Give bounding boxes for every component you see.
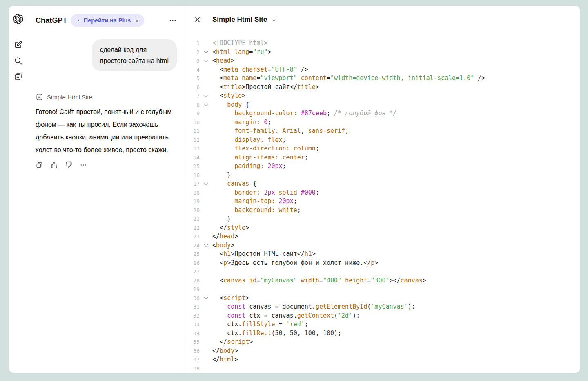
fold-chevron-icon[interactable]	[200, 92, 212, 101]
code-line: 9 background-color: #87ceeb; /* голубой …	[185, 109, 580, 118]
code-text: background: white;	[212, 206, 301, 215]
sparkle-icon	[76, 18, 81, 23]
library-icon[interactable]	[14, 72, 22, 81]
code-editor[interactable]: 1<!DOCTYPE html>2<html lang="ru">3<head>…	[185, 39, 580, 373]
line-number: 34	[185, 329, 200, 338]
fold-spacer	[200, 364, 212, 373]
fold-chevron-icon[interactable]	[200, 101, 212, 110]
line-number: 37	[185, 355, 200, 364]
fold-spacer	[200, 303, 212, 312]
new-chat-icon[interactable]	[14, 40, 22, 49]
code-text: flex-direction: column;	[212, 144, 319, 153]
close-icon[interactable]	[194, 16, 201, 24]
line-number: 19	[185, 197, 200, 206]
fold-chevron-icon[interactable]	[200, 179, 212, 188]
line-number: 12	[185, 136, 200, 145]
line-number: 20	[185, 206, 200, 215]
code-line: 18 border: 2px solid #000;	[185, 188, 580, 197]
model-title[interactable]: ChatGPT	[36, 16, 67, 25]
fold-spacer	[200, 347, 212, 356]
line-number: 6	[185, 83, 200, 92]
user-message-line2: простого сайта на html	[100, 55, 169, 66]
code-text: const canvas = document.getElementById('…	[212, 303, 415, 312]
fold-chevron-icon[interactable]	[200, 48, 212, 57]
line-number: 32	[185, 312, 200, 320]
line-number: 15	[185, 162, 200, 171]
copy-icon[interactable]	[36, 161, 43, 169]
code-text: </style>	[212, 224, 249, 233]
thumbs-down-icon[interactable]	[65, 161, 73, 169]
code-line: 13 flex-direction: column;	[185, 144, 580, 153]
code-text: </body>	[212, 347, 238, 356]
line-number: 23	[185, 232, 200, 241]
code-text: ctx.fillRect(50, 50, 100, 100);	[212, 329, 341, 338]
code-line: 15 padding: 20px;	[185, 162, 580, 171]
code-line: 32 const ctx = canvas.getContext('2d');	[185, 312, 580, 320]
code-text: display: flex;	[212, 136, 286, 145]
more-icon[interactable]	[80, 161, 87, 169]
document-icon	[36, 93, 43, 101]
upgrade-to-plus-pill[interactable]: Перейти на Plus	[71, 14, 144, 27]
code-line: 27	[185, 267, 580, 276]
fold-chevron-icon[interactable]	[200, 56, 212, 65]
fold-spacer	[200, 312, 212, 320]
thumbs-up-icon[interactable]	[50, 161, 58, 169]
chevron-down-icon[interactable]	[272, 17, 276, 21]
fold-spacer	[200, 215, 212, 224]
canvas-panel: Simple Html Site 1<!DOCTYPE html>2<html …	[185, 6, 580, 373]
document-chip-label: Simple Html Site	[47, 94, 92, 101]
line-number: 33	[185, 320, 200, 329]
code-text: </html>	[212, 355, 238, 364]
code-text: margin-top: 20px;	[212, 197, 297, 206]
fold-spacer	[200, 144, 212, 153]
line-number: 16	[185, 171, 200, 180]
line-number: 26	[185, 259, 200, 268]
fold-spacer	[200, 171, 212, 180]
assistant-message: Готово! Сайт простой, понятный и с голуб…	[36, 105, 177, 156]
code-text: padding: 20px;	[212, 162, 286, 171]
canvas-document-chip[interactable]: Simple Html Site	[36, 93, 177, 101]
code-line: 23</head>	[185, 232, 580, 241]
fold-spacer	[200, 250, 212, 259]
chat-menu-ellipsis-icon[interactable]	[169, 16, 177, 25]
code-text: <canvas id="myCanvas" width="400" height…	[212, 276, 426, 285]
line-number: 3	[185, 56, 200, 65]
code-text: <p>Здесь есть голубой фон и холст ниже.<…	[212, 259, 378, 268]
openai-logo-icon[interactable]	[13, 14, 23, 24]
pill-close-icon[interactable]	[135, 18, 139, 23]
line-number: 27	[185, 267, 200, 276]
fold-chevron-icon[interactable]	[200, 241, 212, 250]
fold-chevron-icon[interactable]	[200, 294, 212, 303]
fold-spacer	[200, 188, 212, 197]
code-text: <meta charset="UTF-8" />	[212, 65, 308, 74]
fold-spacer	[200, 127, 212, 136]
code-text: }	[212, 215, 231, 224]
code-line: 24<body>	[185, 241, 580, 250]
line-number: 2	[185, 48, 200, 57]
fold-spacer	[200, 285, 212, 294]
canvas-title[interactable]: Simple Html Site	[212, 16, 267, 24]
line-number: 36	[185, 347, 200, 356]
fold-spacer	[200, 329, 212, 338]
sidebar-rail	[9, 6, 27, 373]
code-text: <html lang="ru">	[212, 48, 272, 57]
fold-spacer	[200, 162, 212, 171]
code-line: 25 <h1>Простой HTML-сайт</h1>	[185, 250, 580, 259]
line-number: 14	[185, 153, 200, 162]
code-text: margin: 0;	[212, 118, 272, 127]
line-number: 7	[185, 92, 200, 101]
code-line: 5 <meta name="viewport" content="width=d…	[185, 74, 580, 83]
line-number: 31	[185, 303, 200, 312]
fold-spacer	[200, 39, 212, 48]
code-lines: 1<!DOCTYPE html>2<html lang="ru">3<head>…	[185, 39, 580, 373]
user-message-bubble: сделай код для простого сайта на html	[92, 39, 177, 71]
line-number: 22	[185, 224, 200, 233]
code-text: <meta name="viewport" content="width=dev…	[212, 74, 485, 83]
code-line: 28 <canvas id="myCanvas" width="400" hei…	[185, 276, 580, 285]
search-icon[interactable]	[14, 56, 22, 65]
code-line: 11 font-family: Arial, sans-serif;	[185, 127, 580, 136]
fold-spacer	[200, 320, 212, 329]
fold-spacer	[200, 118, 212, 127]
fold-spacer	[200, 136, 212, 145]
fold-spacer	[200, 338, 212, 347]
